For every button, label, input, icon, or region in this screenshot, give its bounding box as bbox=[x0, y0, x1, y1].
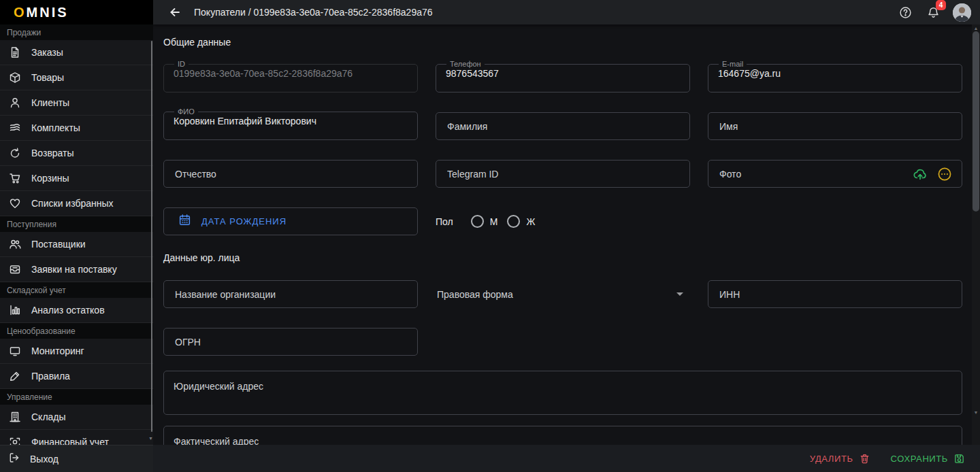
phone-field: Телефон bbox=[436, 61, 690, 92]
sidebar-item-stock-analysis[interactable]: Анализ остатков bbox=[0, 298, 153, 323]
telegram-input[interactable] bbox=[446, 168, 680, 180]
patronymic-field bbox=[163, 160, 418, 188]
ogrn-input[interactable] bbox=[174, 336, 408, 348]
legal-form-select[interactable]: Правовая форма bbox=[436, 280, 690, 308]
section-sales: Продажи bbox=[0, 24, 153, 40]
birthdate-label: ДАТА РОЖДЕНИЯ bbox=[201, 216, 287, 226]
section-title-legal: Данные юр. лица bbox=[163, 252, 962, 263]
section-warehouse-accounting: Складской учет bbox=[0, 282, 153, 298]
layers-icon bbox=[8, 121, 22, 135]
photo-actions bbox=[913, 167, 952, 182]
sidebar-item-carts[interactable]: Корзины bbox=[0, 166, 153, 191]
gender-male-label: М bbox=[490, 216, 498, 227]
help-button[interactable] bbox=[897, 4, 913, 20]
topbar-actions: 4 bbox=[897, 3, 980, 22]
delete-label: УДАЛИТЬ bbox=[810, 454, 853, 464]
save-button[interactable]: СОХРАНИТЬ bbox=[891, 453, 965, 465]
sidebar-item-label: Склады bbox=[31, 411, 66, 422]
birthdate-button[interactable]: ДАТА РОЖДЕНИЯ bbox=[163, 207, 418, 235]
sidebar-item-rules[interactable]: Правила bbox=[0, 364, 153, 389]
sidebar-item-warehouses[interactable]: Склады bbox=[0, 405, 153, 430]
actual-address-input[interactable] bbox=[164, 426, 962, 445]
gender-female-label: Ж bbox=[526, 216, 535, 227]
gender-label: Пол bbox=[436, 216, 453, 227]
main-content: Общие данные ID Телефон E-mail ФИО bbox=[153, 24, 972, 445]
telegram-field bbox=[436, 160, 690, 188]
sidebar-item-financial-accounting[interactable]: Финансовый учет bbox=[0, 430, 153, 445]
sidebar-item-label: Мониторинг bbox=[31, 345, 84, 356]
building-icon bbox=[8, 410, 22, 424]
avatar[interactable] bbox=[953, 3, 971, 22]
ellipsis-circle-icon[interactable] bbox=[937, 167, 952, 182]
sidebar-scrollbar[interactable] bbox=[151, 41, 152, 432]
logout-button[interactable]: Выход bbox=[0, 445, 153, 472]
monitor-icon bbox=[8, 344, 22, 358]
sidebar-item-label: Заявки на поставку bbox=[31, 264, 117, 275]
delete-button[interactable]: УДАЛИТЬ bbox=[810, 453, 870, 465]
rotate-icon bbox=[8, 146, 22, 160]
sidebar-item-kits[interactable]: Комплекты bbox=[0, 116, 153, 141]
sidebar-item-wishlists[interactable]: Списки избранных bbox=[0, 191, 153, 216]
patronymic-input[interactable] bbox=[174, 168, 408, 180]
ogrn-field bbox=[163, 328, 418, 356]
fio-label: ФИО bbox=[174, 108, 198, 115]
logout-icon bbox=[8, 452, 20, 466]
lastname-input[interactable] bbox=[446, 120, 680, 133]
sidebar-scroll-down-arrow[interactable]: ▼ bbox=[148, 436, 153, 441]
document-icon bbox=[8, 46, 22, 59]
logo-bar: OMNIS bbox=[0, 0, 153, 24]
omnis-logo[interactable]: OMNIS bbox=[14, 5, 69, 20]
firstname-input[interactable] bbox=[718, 120, 952, 133]
inn-field bbox=[708, 280, 962, 308]
form-row-5: Правовая форма bbox=[163, 276, 962, 308]
topbar: Покупатели / 0199e83a-3e0a-70ea-85c2-283… bbox=[153, 0, 980, 24]
section-pricing: Ценообразование bbox=[0, 323, 153, 339]
logout-label: Выход bbox=[30, 454, 59, 465]
sidebar-item-label: Поставщики bbox=[31, 239, 86, 250]
legal-address-field bbox=[163, 371, 962, 415]
email-label: E-mail bbox=[719, 61, 747, 67]
fio-field: ФИО bbox=[163, 108, 418, 140]
sidebar-item-supply-requests[interactable]: Заявки на поставку bbox=[0, 257, 153, 282]
sidebar-item-suppliers[interactable]: Поставщики bbox=[0, 232, 153, 257]
scroll-down-arrow[interactable]: ▼ bbox=[972, 410, 980, 415]
sidebar-item-monitoring[interactable]: Мониторинг bbox=[0, 339, 153, 364]
sidebar-item-clients[interactable]: Клиенты bbox=[0, 90, 153, 116]
sidebar: OMNIS Продажи Заказы Товары Клиенты К bbox=[0, 0, 153, 472]
scroll-up-arrow[interactable]: ▲ bbox=[972, 26, 980, 31]
form-row-4: ДАТА РОЖДЕНИЯ Пол М Ж bbox=[163, 203, 962, 235]
id-input bbox=[171, 67, 410, 84]
inn-input[interactable] bbox=[718, 288, 952, 301]
notification-badge: 4 bbox=[936, 0, 946, 10]
notifications-button[interactable]: 4 bbox=[925, 4, 941, 20]
sidebar-item-orders[interactable]: Заказы bbox=[0, 40, 153, 65]
back-arrow-icon bbox=[169, 6, 181, 18]
phone-label: Телефон bbox=[446, 61, 485, 67]
back-button[interactable] bbox=[167, 4, 183, 20]
sidebar-item-products[interactable]: Товары bbox=[0, 65, 153, 90]
help-icon bbox=[899, 6, 912, 19]
cash-icon bbox=[8, 435, 22, 445]
footer-bar: УДАЛИТЬ СОХРАНИТЬ bbox=[153, 445, 980, 472]
logo-letters-mnis: MNIS bbox=[27, 5, 69, 20]
content-scrollbar-thumb[interactable] bbox=[973, 31, 979, 212]
cart-icon bbox=[8, 171, 22, 185]
sidebar-item-label: Возвраты bbox=[31, 148, 74, 158]
calendar-icon bbox=[178, 214, 191, 229]
sidebar-item-label: Анализ остатков bbox=[31, 305, 105, 316]
email-input[interactable] bbox=[715, 67, 955, 84]
photo-input[interactable] bbox=[718, 168, 907, 180]
gender-female-radio[interactable] bbox=[507, 215, 520, 228]
legal-address-input[interactable] bbox=[164, 371, 962, 414]
sidebar-nav: Продажи Заказы Товары Клиенты Комплекты bbox=[0, 24, 153, 445]
phone-input[interactable] bbox=[443, 67, 683, 84]
upload-cloud-icon[interactable] bbox=[913, 167, 928, 182]
person-icon bbox=[8, 96, 22, 109]
content-scrollbar-track[interactable]: ▲ ▼ bbox=[972, 24, 980, 445]
fio-input[interactable] bbox=[171, 115, 410, 132]
sidebar-item-returns[interactable]: Возвраты bbox=[0, 141, 153, 166]
gender-male-option: М bbox=[471, 215, 498, 228]
heart-icon bbox=[8, 197, 22, 210]
gender-male-radio[interactable] bbox=[471, 215, 484, 228]
org-name-input[interactable] bbox=[174, 288, 408, 301]
